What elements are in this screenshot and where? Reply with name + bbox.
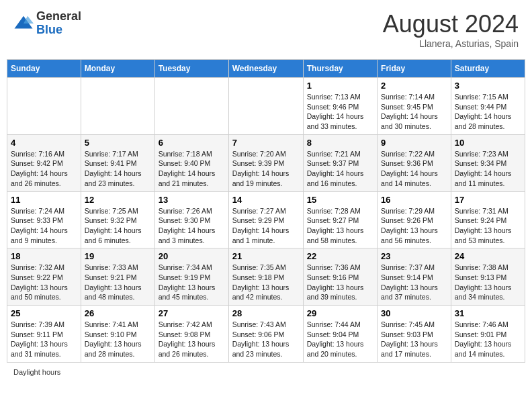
day-info: Sunrise: 7:41 AMSunset: 9:10 PMDaylight:… (85, 320, 151, 359)
calendar-cell: 23Sunrise: 7:37 AMSunset: 9:14 PMDayligh… (378, 248, 451, 306)
day-number: 23 (381, 251, 447, 261)
day-number: 8 (307, 138, 373, 148)
day-number: 26 (85, 308, 151, 318)
calendar-header-wednesday: Wednesday (228, 60, 303, 78)
calendar-cell: 2Sunrise: 7:14 AMSunset: 9:45 PMDaylight… (378, 78, 451, 135)
calendar-cell: 18Sunrise: 7:32 AMSunset: 9:22 PMDayligh… (7, 248, 81, 306)
day-info: Sunrise: 7:20 AMSunset: 9:39 PMDaylight:… (232, 149, 300, 189)
logo-general-text: General (36, 10, 81, 24)
calendar-cell: 10Sunrise: 7:23 AMSunset: 9:34 PMDayligh… (451, 134, 525, 191)
day-info: Sunrise: 7:28 AMSunset: 9:27 PMDaylight:… (307, 206, 373, 246)
day-number: 12 (85, 195, 151, 205)
day-number: 16 (381, 195, 447, 205)
day-info: Sunrise: 7:46 AMSunset: 9:01 PMDaylight:… (455, 320, 521, 359)
day-info: Sunrise: 7:33 AMSunset: 9:21 PMDaylight:… (85, 263, 151, 302)
day-number: 15 (307, 195, 373, 205)
calendar-header-thursday: Thursday (303, 60, 377, 78)
day-info: Sunrise: 7:14 AMSunset: 9:45 PMDaylight:… (381, 92, 447, 132)
logo-text: General Blue (36, 10, 81, 37)
calendar-cell (228, 78, 303, 135)
calendar-cell: 7Sunrise: 7:20 AMSunset: 9:39 PMDaylight… (228, 134, 303, 191)
day-number: 29 (307, 308, 373, 318)
day-number: 14 (232, 195, 300, 205)
day-number: 6 (159, 138, 225, 148)
month-title: August 2024 (383, 10, 519, 38)
day-info: Sunrise: 7:18 AMSunset: 9:40 PMDaylight:… (159, 149, 225, 189)
day-number: 19 (85, 251, 151, 261)
day-info: Sunrise: 7:23 AMSunset: 9:34 PMDaylight:… (455, 149, 521, 189)
day-info: Sunrise: 7:15 AMSunset: 9:44 PMDaylight:… (455, 92, 521, 132)
calendar-week-row: 25Sunrise: 7:39 AMSunset: 9:11 PMDayligh… (7, 306, 525, 363)
day-number: 27 (159, 308, 225, 318)
day-info: Sunrise: 7:35 AMSunset: 9:18 PMDaylight:… (232, 263, 300, 302)
day-number: 30 (381, 308, 447, 318)
calendar-header-row: SundayMondayTuesdayWednesdayThursdayFrid… (7, 60, 525, 78)
day-number: 28 (232, 308, 300, 318)
calendar-cell: 30Sunrise: 7:45 AMSunset: 9:03 PMDayligh… (378, 306, 451, 363)
calendar-cell: 27Sunrise: 7:42 AMSunset: 9:08 PMDayligh… (154, 306, 228, 363)
calendar-cell: 31Sunrise: 7:46 AMSunset: 9:01 PMDayligh… (451, 306, 525, 363)
day-number: 7 (232, 138, 300, 148)
day-info: Sunrise: 7:38 AMSunset: 9:13 PMDaylight:… (455, 263, 521, 302)
calendar-cell: 14Sunrise: 7:27 AMSunset: 9:29 PMDayligh… (228, 191, 303, 248)
logo: General Blue (13, 10, 81, 37)
day-info: Sunrise: 7:44 AMSunset: 9:04 PMDaylight:… (307, 320, 373, 359)
calendar-cell: 1Sunrise: 7:13 AMSunset: 9:46 PMDaylight… (303, 78, 377, 135)
calendar-cell: 26Sunrise: 7:41 AMSunset: 9:10 PMDayligh… (81, 306, 154, 363)
calendar-cell: 17Sunrise: 7:31 AMSunset: 9:24 PMDayligh… (451, 191, 525, 248)
calendar-header-tuesday: Tuesday (154, 60, 228, 78)
calendar-week-row: 18Sunrise: 7:32 AMSunset: 9:22 PMDayligh… (7, 248, 525, 306)
day-number: 31 (455, 308, 521, 318)
calendar-header-sunday: Sunday (7, 60, 81, 78)
day-number: 1 (307, 81, 373, 91)
logo-icon (13, 13, 34, 34)
calendar-cell (81, 78, 154, 135)
calendar-cell (7, 78, 81, 135)
day-info: Sunrise: 7:45 AMSunset: 9:03 PMDaylight:… (381, 320, 447, 359)
footer: Daylight hours (7, 368, 525, 376)
day-info: Sunrise: 7:24 AMSunset: 9:33 PMDaylight:… (11, 206, 77, 246)
calendar-cell: 9Sunrise: 7:22 AMSunset: 9:36 PMDaylight… (378, 134, 451, 191)
day-number: 25 (11, 308, 77, 318)
day-number: 10 (455, 138, 521, 148)
day-info: Sunrise: 7:22 AMSunset: 9:36 PMDaylight:… (381, 149, 447, 189)
day-info: Sunrise: 7:32 AMSunset: 9:22 PMDaylight:… (11, 263, 77, 302)
calendar-cell: 24Sunrise: 7:38 AMSunset: 9:13 PMDayligh… (451, 248, 525, 306)
day-number: 5 (85, 138, 151, 148)
day-number: 9 (381, 138, 447, 148)
day-number: 4 (11, 138, 77, 148)
calendar-cell: 15Sunrise: 7:28 AMSunset: 9:27 PMDayligh… (303, 191, 377, 248)
calendar-cell: 13Sunrise: 7:26 AMSunset: 9:30 PMDayligh… (154, 191, 228, 248)
calendar-cell: 6Sunrise: 7:18 AMSunset: 9:40 PMDaylight… (154, 134, 228, 191)
day-info: Sunrise: 7:25 AMSunset: 9:32 PMDaylight:… (85, 206, 151, 246)
day-number: 18 (11, 251, 77, 261)
calendar-header-saturday: Saturday (451, 60, 525, 78)
day-number: 3 (455, 81, 521, 91)
calendar-cell: 21Sunrise: 7:35 AMSunset: 9:18 PMDayligh… (228, 248, 303, 306)
day-info: Sunrise: 7:26 AMSunset: 9:30 PMDaylight:… (159, 206, 225, 246)
calendar-table: SundayMondayTuesdayWednesdayThursdayFrid… (7, 59, 525, 363)
calendar-cell: 5Sunrise: 7:17 AMSunset: 9:41 PMDaylight… (81, 134, 154, 191)
logo-blue-text: Blue (36, 24, 81, 37)
day-info: Sunrise: 7:16 AMSunset: 9:42 PMDaylight:… (11, 149, 77, 189)
day-info: Sunrise: 7:36 AMSunset: 9:16 PMDaylight:… (307, 263, 373, 302)
day-info: Sunrise: 7:29 AMSunset: 9:26 PMDaylight:… (381, 206, 447, 246)
calendar-cell: 28Sunrise: 7:43 AMSunset: 9:06 PMDayligh… (228, 306, 303, 363)
calendar-cell: 20Sunrise: 7:34 AMSunset: 9:19 PMDayligh… (154, 248, 228, 306)
calendar-cell: 19Sunrise: 7:33 AMSunset: 9:21 PMDayligh… (81, 248, 154, 306)
location-text: Llanera, Asturias, Spain (383, 38, 519, 49)
day-number: 20 (159, 251, 225, 261)
calendar-cell: 25Sunrise: 7:39 AMSunset: 9:11 PMDayligh… (7, 306, 81, 363)
page-header: General Blue August 2024 Llanera, Asturi… (7, 7, 525, 52)
day-number: 11 (11, 195, 77, 205)
day-info: Sunrise: 7:17 AMSunset: 9:41 PMDaylight:… (85, 149, 151, 189)
day-info: Sunrise: 7:42 AMSunset: 9:08 PMDaylight:… (159, 320, 225, 359)
calendar-cell: 16Sunrise: 7:29 AMSunset: 9:26 PMDayligh… (378, 191, 451, 248)
day-number: 13 (159, 195, 225, 205)
day-info: Sunrise: 7:31 AMSunset: 9:24 PMDaylight:… (455, 206, 521, 246)
calendar-header-friday: Friday (378, 60, 451, 78)
day-info: Sunrise: 7:43 AMSunset: 9:06 PMDaylight:… (232, 320, 300, 359)
day-number: 24 (455, 251, 521, 261)
calendar-header-monday: Monday (81, 60, 154, 78)
calendar-cell: 22Sunrise: 7:36 AMSunset: 9:16 PMDayligh… (303, 248, 377, 306)
